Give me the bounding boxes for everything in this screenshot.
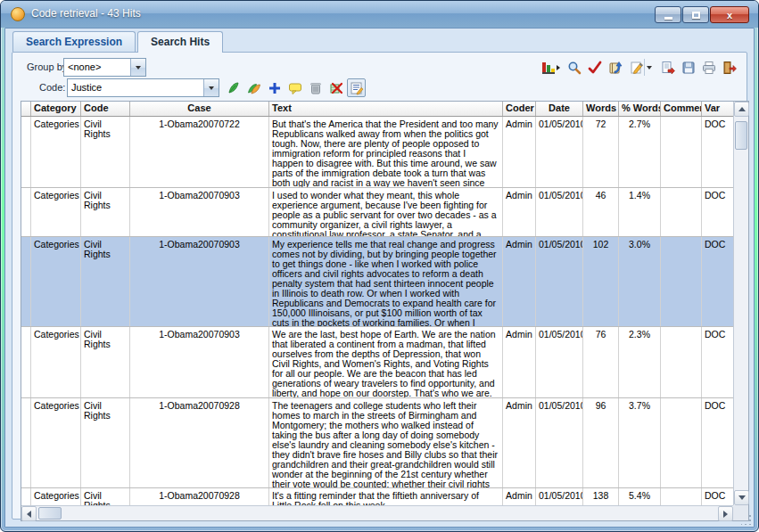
cell-words: 76: [583, 327, 619, 397]
maximize-button[interactable]: [682, 6, 709, 23]
vertical-scroll-thumb[interactable]: [735, 121, 747, 150]
column-header-comment[interactable]: Comment: [661, 102, 702, 116]
cell-text: My experience tells me that real change …: [269, 237, 503, 326]
vertical-scrollbar[interactable]: [733, 102, 748, 505]
table-row[interactable]: CategoriesCivil Rights1-Obama20070928The…: [21, 398, 733, 488]
delete-button[interactable]: [306, 78, 325, 97]
cell-case: 1-Obama20070903: [130, 327, 269, 397]
column-header-case[interactable]: Case: [130, 102, 269, 116]
cell-comment: [661, 398, 702, 487]
window-controls: x: [654, 6, 749, 23]
cell-category: Categories: [31, 327, 81, 397]
code-combobox[interactable]: Justice: [67, 78, 219, 97]
cell-code: Civil Rights: [81, 488, 130, 505]
group-by-combobox[interactable]: <none>: [63, 58, 146, 77]
column-header-date[interactable]: Date: [536, 102, 583, 116]
table-body: CategoriesCivil Rights1-Obama20070722But…: [21, 117, 733, 505]
cell-code: Civil Rights: [81, 117, 130, 187]
column-header-var[interactable]: Var: [702, 102, 733, 116]
edit-button[interactable]: [626, 58, 656, 77]
cell-code: Civil Rights: [81, 398, 130, 487]
cell-comment: [661, 117, 702, 187]
cell-var: DOC: [702, 188, 733, 236]
add-code-button[interactable]: [224, 78, 243, 97]
cell-date: 01/05/2010: [536, 488, 583, 505]
edit-dropdown-button[interactable]: [644, 59, 654, 76]
recode-button[interactable]: [244, 78, 263, 97]
export-button[interactable]: [658, 58, 677, 77]
add-hit-button[interactable]: [265, 78, 284, 97]
code-dropdown-button[interactable]: [203, 79, 219, 96]
cell-code: Civil Rights: [81, 327, 130, 397]
cell-var: DOC: [702, 398, 733, 487]
column-header-pwords[interactable]: % Words: [619, 102, 661, 116]
cell-case: 1-Obama20070903: [130, 188, 269, 236]
column-header-words[interactable]: Words: [583, 102, 619, 116]
close-button[interactable]: x: [710, 6, 749, 23]
cell-category: Categories: [31, 237, 81, 326]
cell-case: 1-Obama20070928: [130, 488, 269, 505]
table-row[interactable]: CategoriesCivil Rights1-Obama20070722But…: [21, 117, 733, 188]
group-by-dropdown-button[interactable]: [130, 59, 145, 76]
cell-words: 96: [583, 398, 619, 487]
table-row[interactable]: CategoriesCivil Rights1-Obama20070928It'…: [21, 488, 733, 505]
trash-icon: [309, 81, 323, 95]
toggle-description-icon: [350, 81, 364, 95]
report-manager-button[interactable]: [606, 58, 624, 77]
cell-date: 01/05/2010: [536, 327, 583, 397]
cell-date: 01/05/2010: [536, 398, 583, 487]
table-row[interactable]: CategoriesCivil Rights1-Obama20070903I u…: [21, 188, 733, 237]
cell-sel: [21, 117, 31, 187]
close-icon: x: [727, 10, 732, 20]
window-title: Code retrieval - 43 Hits: [31, 7, 141, 20]
print-button[interactable]: [699, 58, 718, 77]
table-row[interactable]: CategoriesCivil Rights1-Obama20070903We …: [21, 327, 733, 398]
remove-coding-button[interactable]: [326, 78, 345, 97]
comment-button[interactable]: [285, 78, 304, 97]
scroll-up-button[interactable]: [734, 102, 749, 117]
column-header-text[interactable]: Text: [269, 102, 503, 116]
minimize-button[interactable]: [655, 6, 681, 23]
cell-case: 1-Obama20070928: [130, 398, 269, 487]
column-header-sel[interactable]: [21, 102, 31, 116]
report-manager-book-icon: [608, 61, 623, 75]
scroll-left-button[interactable]: [21, 506, 37, 521]
cell-comment: [661, 237, 702, 326]
arrow-right-icon: [723, 511, 728, 518]
scrollbar-corner: [733, 505, 748, 520]
column-header-coder[interactable]: Coder: [503, 102, 536, 116]
edit-pencil-icon: [630, 61, 644, 75]
column-header-code[interactable]: Code: [81, 102, 130, 116]
scroll-right-button[interactable]: [718, 506, 733, 521]
chart-analysis-button[interactable]: [539, 58, 563, 77]
tab-search-hits[interactable]: Search Hits: [137, 31, 223, 53]
column-header-category[interactable]: Category: [31, 102, 81, 116]
cell-date: 01/05/2010: [536, 117, 583, 187]
search-button[interactable]: [565, 58, 583, 77]
toggle-description-button[interactable]: [347, 78, 366, 97]
arrow-up-icon: [738, 107, 746, 111]
tab-search-expression[interactable]: Search Expression: [12, 31, 136, 52]
cell-date: 01/05/2010: [536, 237, 583, 326]
cell-words: 138: [583, 488, 619, 505]
cell-text: We are the last, best hope of Earth. We …: [269, 327, 503, 397]
cell-category: Categories: [31, 117, 81, 187]
cell-coder: Admin: [503, 398, 536, 487]
horizontal-scroll-thumb[interactable]: [38, 507, 62, 520]
exit-button[interactable]: [720, 58, 738, 77]
cell-code: Civil Rights: [81, 188, 130, 236]
table-row[interactable]: CategoriesCivil Rights1-Obama20070903My …: [21, 237, 733, 327]
cell-coder: Admin: [503, 327, 536, 397]
cell-var: DOC: [702, 327, 733, 397]
validate-button[interactable]: [585, 58, 604, 77]
save-button[interactable]: [679, 58, 697, 77]
cell-case: 1-Obama20070903: [130, 237, 269, 326]
horizontal-scrollbar[interactable]: [21, 505, 733, 520]
add-code-feather-icon: [227, 81, 241, 95]
scroll-down-button[interactable]: [734, 490, 749, 505]
recode-feathers-icon: [247, 81, 261, 95]
cell-category: Categories: [31, 398, 81, 487]
cell-category: Categories: [31, 188, 81, 236]
app-icon: [11, 7, 25, 21]
cell-comment: [661, 188, 702, 236]
